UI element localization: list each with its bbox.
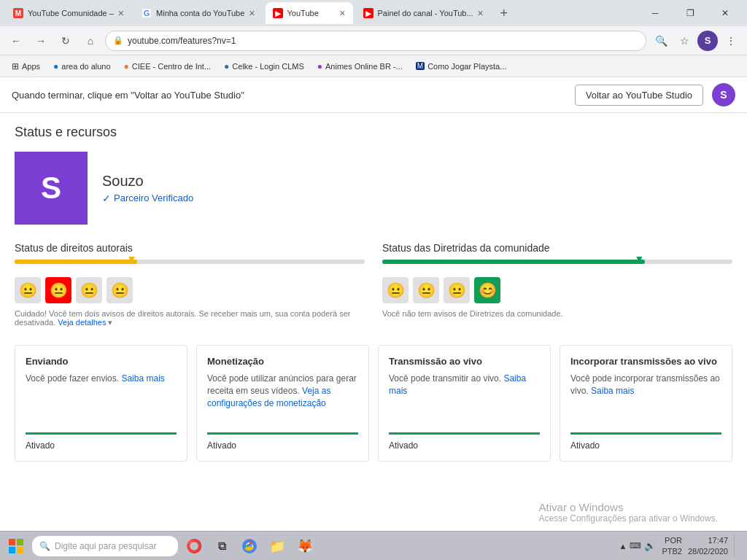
refresh-button[interactable]: ↻ [55,31,76,51]
tab-studio[interactable]: ▶ Painel do canal - YouTub... × [356,2,491,24]
bookmark-playstation[interactable]: M Como Jogar Playsta... [410,61,513,72]
taskbar-firefox-icon[interactable]: 🦊 [292,533,318,559]
activate-title: Ativar o Windows [539,501,718,513]
feature-card-transmissao-status: Ativado [389,432,540,451]
bookmark-ciee-label: CIEE - Centro de Int... [132,62,211,71]
copyright-progress-fill [15,260,137,264]
show-desktop-button[interactable] [734,534,738,558]
user-avatar[interactable]: S [712,83,735,106]
community-ok-text: Você não tem avisos de Diretrizes da com… [382,309,732,318]
feature-card-enviando-desc: Você pode fazer envios. Saiba mais [26,373,177,385]
bookmark-apps-label: Apps [22,62,40,71]
windows-logo-icon [9,539,23,553]
bookmark-playstation-label: Como Jogar Playsta... [427,62,506,71]
feature-card-monetizacao: Monetização Você pode utilizar anúncios … [196,345,369,462]
tab-close-youtube[interactable]: × [339,7,345,19]
tab-title-gmail: YouTube Comunidade – [28,9,114,18]
copyright-details-link[interactable]: Veja detalhes [58,318,106,327]
feature-card-enviando: Enviando Você pode fazer envios. Saiba m… [15,345,187,462]
restore-button[interactable]: ❐ [674,2,706,24]
lock-icon: 🔒 [113,36,123,45]
close-button[interactable]: ✕ [709,2,741,24]
channel-name: Souzo [102,173,193,190]
community-arrow-icon: ▼ [635,254,645,264]
svg-rect-2 [9,547,15,553]
new-tab-button[interactable]: + [494,3,514,23]
main-content: Status e recursos S Souzo ✓ Parceiro Ver… [0,113,747,532]
menu-icon[interactable]: ⋮ [721,31,741,51]
navigation-bar: ← → ↻ ⌂ 🔒 youtube.com/features?nv=1 🔍 ☆ … [0,26,747,55]
community-icon-3: 😐 [444,277,470,303]
bookmark-star-icon[interactable]: ☆ [674,31,694,51]
feature-card-transmissao-desc: Você pode transmitir ao vivo. Saiba mais [389,373,540,397]
aluno-icon: ● [53,61,58,71]
feature-card-monetizacao-status: Ativado [207,432,358,451]
feature-card-transmissao: Transmissão ao vivo Você pode transmitir… [378,345,551,462]
incorporar-link[interactable]: Saiba mais [591,386,634,396]
address-bar[interactable]: 🔒 youtube.com/features?nv=1 [105,31,646,51]
copyright-icons-row: 😐 😐 😐 😐 [15,277,365,303]
bookmark-celke[interactable]: ● Celke - Login CLMS [218,60,310,73]
back-button[interactable]: ← [6,31,26,51]
forward-button[interactable]: → [31,31,51,51]
taskbar-search-placeholder: Digite aqui para pesquisar [55,541,156,551]
windows-activate-notice: Ativar o Windows Acesse Configurações pa… [539,501,718,524]
checkmark-icon: ✓ [102,192,111,204]
copyright-marker: ▼ [127,254,137,264]
taskbar-explorer-icon[interactable]: 📁 [264,533,290,559]
taskbar-volume-icon[interactable]: 🔊 [644,540,656,551]
bookmark-animes[interactable]: ● Animes Online BR -... [311,60,409,73]
notification-bar: Quando terminar, clique em "Voltar ao Yo… [0,77,747,113]
channel-info: S Souzo ✓ Parceiro Verificado [15,152,732,225]
copyright-icon-2-active: 😐 [45,277,71,303]
taskbar-cortana-icon[interactable]: ⭕ [181,533,207,559]
search-icon[interactable]: 🔍 [651,31,671,51]
enviando-saiba-mais-link[interactable]: Saiba mais [121,373,164,384]
user-profile-icon[interactable]: S [697,31,718,51]
feature-card-enviando-status: Ativado [26,432,177,451]
taskbar-tray-icons: ▲ ⌨ 🔊 [619,540,657,551]
taskbar-clock[interactable]: 17:47 28/02/2020 [688,535,728,556]
copyright-arrow-icon: ▼ [127,254,137,264]
taskbar-keyboard-icon: ⌨ [630,541,641,551]
taskbar-task-view-icon[interactable]: ⧉ [209,533,235,559]
community-marker: ▼ [635,254,645,264]
taskbar-time-display: 17:47 [688,535,728,545]
animes-icon: ● [317,61,322,71]
taskbar-chrome-icon[interactable] [236,533,263,559]
taskbar-lang: PORPTB2 [662,535,682,556]
feature-card-incorporar-desc: Você pode incorporar transmissões ao viv… [570,373,721,397]
chevron-up-icon[interactable]: ▲ [619,542,627,551]
copyright-status-section: Status de direitos autorais ▼ 😐 😐 😐 😐 [15,242,365,327]
copyright-icon-1: 😐 [15,277,41,303]
tab-gmail[interactable]: M YouTube Comunidade – × [6,2,131,24]
minimize-button[interactable]: ─ [639,2,671,24]
feature-card-transmissao-title: Transmissão ao vivo [389,356,540,367]
channel-details: Souzo ✓ Parceiro Verificado [102,173,193,204]
tab-youtube[interactable]: ▶ YouTube × [266,2,353,24]
taskbar-right: ▲ ⌨ 🔊 PORPTB2 17:47 28/02/2020 [619,534,744,558]
taskbar-time-block[interactable]: PORPTB2 [662,535,682,556]
tab-close-gmail[interactable]: × [118,7,124,19]
tab-close-studio[interactable]: × [478,7,484,19]
back-to-studio-button[interactable]: Voltar ao YouTube Studio [575,85,703,106]
taskbar-search-bar[interactable]: 🔍 Digite aqui para pesquisar [32,536,178,556]
bookmark-aluno[interactable]: ● area do aluno [47,60,117,73]
tab-account[interactable]: G Minha conta do YouTube × [134,2,263,24]
bookmark-ciee[interactable]: ● CIEE - Centro de Int... [118,60,217,73]
window-controls: ─ ❐ ✕ [639,2,741,24]
feature-card-incorporar-title: Incorporar transmissões ao vivo [570,356,721,367]
start-button[interactable] [3,534,29,558]
home-button[interactable]: ⌂ [80,31,101,51]
taskbar-search-icon: 🔍 [39,541,50,551]
feature-cards: Enviando Você pode fazer envios. Saiba m… [15,345,732,462]
copyright-icon-4: 😐 [107,277,133,303]
bookmark-apps[interactable]: ⊞ Apps [6,60,46,73]
community-icon-2: 😐 [413,277,439,303]
copyright-status-title: Status de direitos autorais [15,242,365,254]
tab-close-account[interactable]: × [249,7,255,19]
community-progress-track: ▼ [382,260,732,264]
nav-icons: 🔍 ☆ S ⋮ [651,31,741,51]
svg-rect-3 [17,547,23,553]
status-sections: Status de direitos autorais ▼ 😐 😐 😐 😐 [15,242,732,327]
